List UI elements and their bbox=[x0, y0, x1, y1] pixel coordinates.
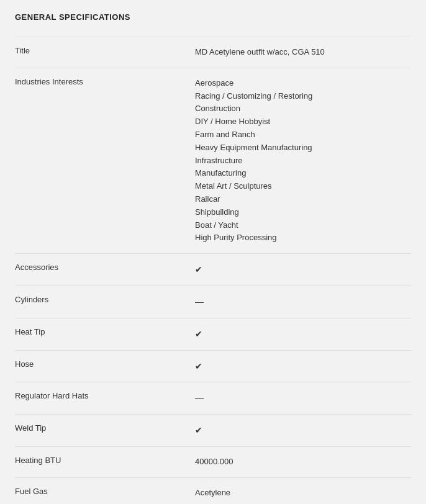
table-row: Accessories✔ bbox=[15, 254, 411, 286]
industry-item: Infrastructure bbox=[195, 155, 411, 168]
table-row: Weld Tip✔ bbox=[15, 415, 411, 447]
industry-item: High Purity Processing bbox=[195, 232, 411, 245]
value-hose: ✔ bbox=[195, 350, 411, 382]
label-fuel_gas: Fuel Gas bbox=[15, 477, 195, 504]
label-weld_tip: Weld Tip bbox=[15, 415, 195, 447]
table-row: Cylinders— bbox=[15, 286, 411, 318]
check-icon: ✔ bbox=[195, 264, 202, 274]
label-industries: Industries Interests bbox=[15, 68, 195, 253]
table-row: TitleMD Acetylene outfit w/acc, CGA 510 bbox=[15, 37, 411, 68]
label-title: Title bbox=[15, 37, 195, 68]
industry-item: Farm and Ranch bbox=[195, 128, 411, 142]
table-row: Industries InterestsAerospaceRacing / Cu… bbox=[15, 68, 411, 253]
label-heat_tip: Heat Tip bbox=[15, 318, 195, 350]
table-row: Hose✔ bbox=[15, 350, 411, 382]
value-fuel_gas: Acetylene bbox=[195, 477, 411, 504]
industry-item: DIY / Home Hobbyist bbox=[195, 115, 411, 128]
industry-item: Railcar bbox=[195, 193, 411, 206]
label-accessories: Accessories bbox=[15, 254, 195, 286]
label-cylinders: Cylinders bbox=[15, 286, 195, 318]
value-accessories: ✔ bbox=[195, 254, 411, 286]
value-heating_btu: 40000.000 bbox=[195, 446, 411, 477]
label-hose: Hose bbox=[15, 350, 195, 382]
value-heat_tip: ✔ bbox=[195, 318, 411, 350]
industry-item: Metal Art / Sculptures bbox=[195, 180, 411, 193]
check-icon: ✔ bbox=[195, 361, 202, 371]
dash-indicator: — bbox=[195, 393, 204, 403]
industry-item: Shipbuilding bbox=[195, 206, 411, 219]
label-heating_btu: Heating BTU bbox=[15, 446, 195, 477]
table-row: Heat Tip✔ bbox=[15, 318, 411, 350]
industry-item: Boat / Yacht bbox=[195, 219, 411, 232]
value-regulator_hard_hats: — bbox=[195, 382, 411, 415]
value-weld_tip: ✔ bbox=[195, 415, 411, 447]
value-title: MD Acetylene outfit w/acc, CGA 510 bbox=[195, 37, 411, 68]
table-row: Fuel GasAcetylene bbox=[15, 477, 411, 504]
value-industries: AerospaceRacing / Customizing / Restorin… bbox=[195, 68, 411, 253]
spec-table: TitleMD Acetylene outfit w/acc, CGA 510I… bbox=[15, 37, 411, 504]
industry-item: Manufacturing bbox=[195, 167, 411, 180]
section-title: GENERAL SPECIFICATIONS bbox=[15, 12, 411, 22]
table-row: Heating BTU40000.000 bbox=[15, 446, 411, 477]
check-icon: ✔ bbox=[195, 425, 202, 435]
industry-item: Heavy Equipment Manufacturing bbox=[195, 142, 411, 155]
value-cylinders: — bbox=[195, 286, 411, 318]
dash-indicator: — bbox=[195, 297, 204, 307]
industry-item: Racing / Customizing / Restoring bbox=[195, 90, 411, 103]
industry-item: Aerospace bbox=[195, 77, 411, 90]
check-icon: ✔ bbox=[195, 329, 202, 339]
label-regulator_hard_hats: Regulator Hard Hats bbox=[15, 382, 195, 415]
industry-item: Construction bbox=[195, 102, 411, 115]
table-row: Regulator Hard Hats— bbox=[15, 382, 411, 415]
